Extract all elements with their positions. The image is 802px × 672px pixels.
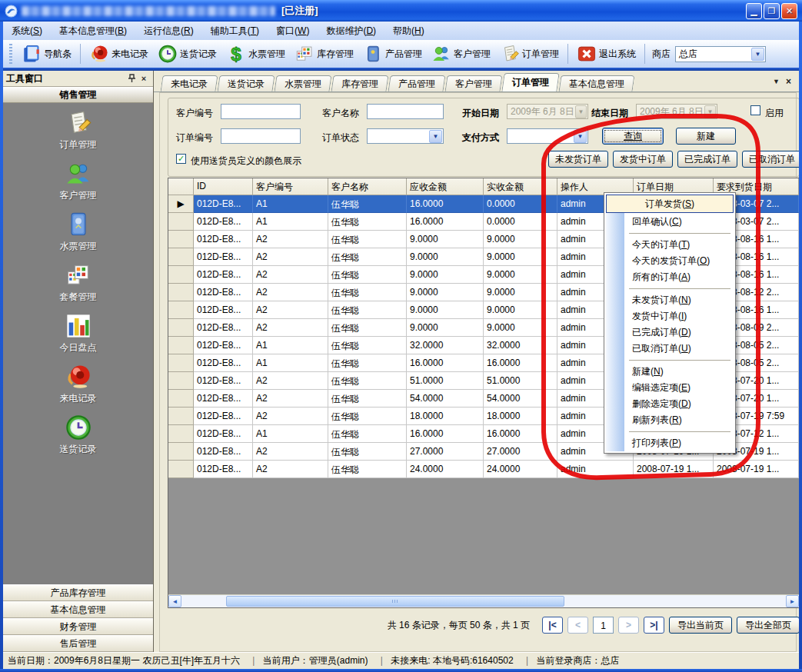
toolbar-button-库存管理[interactable]: 库存管理 bbox=[290, 42, 358, 65]
last-page-button[interactable]: >| bbox=[644, 617, 664, 634]
context-menu-item-回单确认(C)[interactable]: 回单确认(C) bbox=[606, 214, 734, 230]
row-selector[interactable] bbox=[168, 319, 194, 337]
menubar-item-6[interactable]: 数据维护(D) bbox=[318, 22, 384, 40]
tab-订单管理[interactable]: 订单管理 bbox=[501, 73, 559, 91]
context-menu-item-所有的订单(A)[interactable]: 所有的订单(A) bbox=[606, 269, 734, 285]
export-current-page-button[interactable]: 导出当前页 bbox=[669, 617, 732, 634]
menubar-item-2[interactable]: 基本信息管理(B) bbox=[51, 22, 135, 40]
toolbar-button-退出系统[interactable]: 退出系统 bbox=[572, 42, 641, 65]
start-date-picker[interactable]: 2009年 6月 8日 ▼ bbox=[507, 104, 588, 119]
page-number-input[interactable]: 1 bbox=[593, 617, 614, 634]
scrollbar-track[interactable] bbox=[181, 595, 786, 607]
first-page-button[interactable]: |< bbox=[542, 617, 563, 634]
context-menu-item-发货中订单(I)[interactable]: 发货中订单(I) bbox=[606, 308, 734, 324]
toolbar-button-水票管理[interactable]: $水票管理 bbox=[221, 42, 290, 65]
pin-icon[interactable] bbox=[125, 73, 138, 84]
row-selector[interactable] bbox=[168, 301, 194, 319]
toolbar-button-送货记录[interactable]: 送货记录 bbox=[153, 42, 221, 65]
maximize-button[interactable]: ❐ bbox=[764, 3, 780, 19]
row-selector[interactable] bbox=[168, 284, 194, 301]
context-menu-item-今天的订单(T)[interactable]: 今天的订单(T) bbox=[606, 237, 734, 253]
context-menu-item-已取消订单(U)[interactable]: 已取消订单(U) bbox=[606, 341, 734, 357]
toolbar-button-导航条[interactable]: 导航条 bbox=[17, 42, 76, 65]
order-no-input[interactable] bbox=[221, 128, 301, 144]
sidebar-group-财务管理[interactable]: 财务管理 bbox=[3, 618, 153, 635]
row-selector[interactable] bbox=[168, 425, 194, 443]
tab-水票管理[interactable]: 水票管理 bbox=[275, 75, 332, 91]
tab-来电记录[interactable]: 来电记录 bbox=[161, 75, 218, 91]
pay-method-dropdown[interactable]: ▼ bbox=[507, 128, 588, 144]
menubar-item-7[interactable]: 帮助(H) bbox=[384, 22, 433, 40]
sidebar-item-来电记录[interactable]: 来电记录 bbox=[3, 363, 153, 405]
table-row[interactable]: 012D-E8...A2伍华聪24.000024.0000admin2008-0… bbox=[168, 461, 799, 478]
filter-button-已完成订单[interactable]: 已完成订单 bbox=[677, 151, 737, 168]
sidebar-group-基本信息管理[interactable]: 基本信息管理 bbox=[3, 601, 153, 618]
sidebar-item-今日盘点[interactable]: 今日盘点 bbox=[3, 312, 153, 354]
menubar-item-3[interactable]: 运行信息(R) bbox=[135, 22, 202, 40]
customer-name-input[interactable] bbox=[367, 104, 444, 119]
sidebar-section-sales[interactable]: 销售管理 bbox=[3, 87, 153, 103]
tab-list-dropdown-icon[interactable]: ▼ bbox=[773, 78, 780, 85]
row-selector[interactable] bbox=[168, 266, 194, 284]
context-menu-item-新建(N)[interactable]: 新建(N) bbox=[606, 364, 734, 380]
context-menu-item-刷新列表(R)[interactable]: 刷新列表(R) bbox=[606, 412, 734, 428]
menubar-item-5[interactable]: 窗口(W) bbox=[268, 22, 318, 40]
sidebar-group-产品库存管理[interactable]: 产品库存管理 bbox=[3, 584, 153, 601]
context-menu-item-订单发货(S)[interactable]: 订单发货(S) bbox=[606, 195, 734, 213]
sidebar-item-订单管理[interactable]: 订单管理 bbox=[3, 109, 153, 151]
column-header-实收金额[interactable]: 实收金额 bbox=[484, 178, 557, 195]
query-button[interactable]: 查询 bbox=[602, 128, 664, 145]
column-header-应收金额[interactable]: 应收金额 bbox=[407, 178, 484, 195]
row-selector[interactable] bbox=[168, 372, 194, 390]
row-selector[interactable] bbox=[168, 248, 194, 266]
filter-button-未发货订单[interactable]: 未发货订单 bbox=[548, 151, 608, 168]
context-menu-item-编辑选定项(E)[interactable]: 编辑选定项(E) bbox=[606, 380, 734, 396]
new-button[interactable]: 新建 bbox=[676, 128, 736, 145]
toolbar-button-订单管理[interactable]: 订单管理 bbox=[495, 42, 564, 65]
tab-基本信息管理[interactable]: 基本信息管理 bbox=[559, 75, 635, 91]
color-display-checkbox[interactable]: ✓ bbox=[176, 154, 186, 164]
context-menu-item-未发货订单(N)[interactable]: 未发货订单(N) bbox=[606, 292, 734, 308]
filter-button-发货中订单[interactable]: 发货中订单 bbox=[613, 151, 673, 168]
column-header-ID[interactable]: ID bbox=[194, 178, 253, 195]
row-selector[interactable] bbox=[168, 461, 194, 478]
toolbar-button-来电记录[interactable]: 来电记录 bbox=[85, 42, 153, 65]
shop-dropdown[interactable]: 总店 ▼ bbox=[675, 46, 766, 62]
sidebar-item-客户管理[interactable]: 客户管理 bbox=[3, 160, 153, 202]
export-all-pages-button[interactable]: 导出全部页 bbox=[737, 617, 800, 634]
column-header-客户编号[interactable]: 客户编号 bbox=[253, 178, 328, 195]
minimize-button[interactable]: ▁ bbox=[746, 3, 762, 19]
toolbar-button-产品管理[interactable]: 产品管理 bbox=[358, 42, 427, 65]
customer-no-input[interactable] bbox=[221, 104, 301, 119]
prev-page-button[interactable]: < bbox=[567, 617, 588, 634]
sidebar-item-水票管理[interactable]: 水票管理 bbox=[3, 211, 153, 253]
scroll-left-icon[interactable]: ◄ bbox=[168, 595, 181, 607]
sidebar-item-送货记录[interactable]: 送货记录 bbox=[3, 414, 153, 456]
context-menu-item-已完成订单(D)[interactable]: 已完成订单(D) bbox=[606, 324, 734, 341]
filter-button-已取消订单[interactable]: 已取消订单 bbox=[742, 151, 802, 168]
scrollbar-thumb[interactable] bbox=[226, 596, 564, 607]
toolbar-button-客户管理[interactable]: 客户管理 bbox=[427, 42, 495, 65]
context-menu-item-删除选定项(D)[interactable]: 删除选定项(D) bbox=[606, 396, 734, 412]
menubar-item-4[interactable]: 辅助工具(T) bbox=[202, 22, 268, 40]
row-selector[interactable] bbox=[168, 443, 194, 461]
end-date-picker[interactable]: 2009年 6月 8日 ▼ bbox=[636, 104, 717, 119]
tab-产品管理[interactable]: 产品管理 bbox=[388, 75, 446, 91]
row-selector[interactable] bbox=[168, 390, 194, 408]
menubar-item-1[interactable]: 系统(S) bbox=[3, 22, 51, 40]
row-selector[interactable] bbox=[168, 337, 194, 354]
tab-客户管理[interactable]: 客户管理 bbox=[445, 75, 503, 91]
row-selector[interactable]: ▶ bbox=[168, 195, 194, 213]
row-selector[interactable] bbox=[168, 231, 194, 248]
tab-送货记录[interactable]: 送货记录 bbox=[218, 75, 275, 91]
row-selector[interactable] bbox=[168, 213, 194, 231]
row-selector[interactable] bbox=[168, 408, 194, 425]
order-status-dropdown[interactable]: ▼ bbox=[367, 128, 444, 144]
horizontal-scrollbar[interactable]: ◄ ► bbox=[168, 594, 799, 607]
scroll-right-icon[interactable]: ► bbox=[786, 595, 799, 607]
tool-window-close-icon[interactable]: × bbox=[138, 73, 150, 84]
context-menu-item-今天的发货订单(O)[interactable]: 今天的发货订单(O) bbox=[606, 253, 734, 269]
chevron-down-icon[interactable]: ▼ bbox=[751, 48, 764, 61]
row-selector[interactable] bbox=[168, 354, 194, 372]
close-button[interactable]: ✕ bbox=[781, 3, 797, 19]
